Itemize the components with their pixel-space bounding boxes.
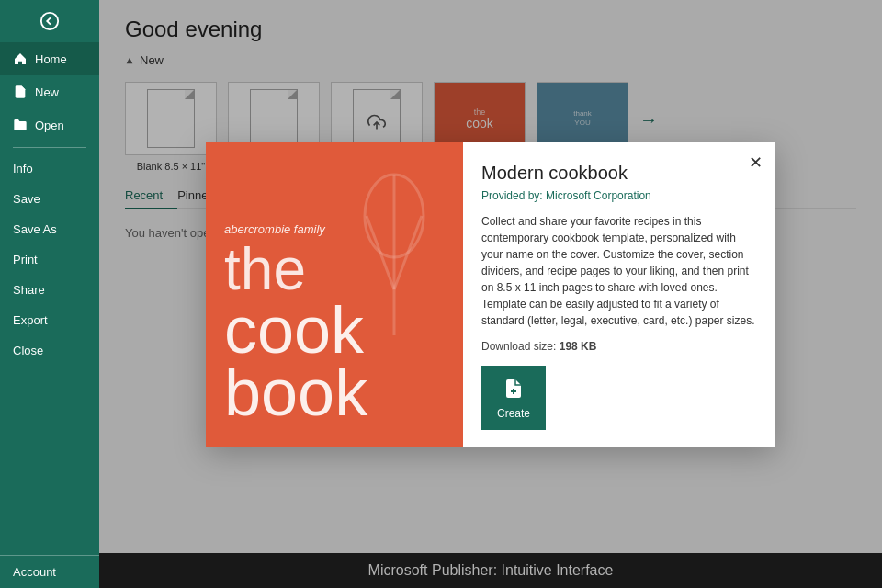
sidebar-home-label: Home [35,52,67,66]
modal-template-title: Modern cookbook [481,163,757,184]
modal-description: Collect and share your favorite recipes … [481,213,757,329]
create-button[interactable]: Create [481,366,546,430]
modal-provider: Provided by: Microsoft Corporation [481,189,757,202]
sidebar-item-saveas[interactable]: Save As [0,214,99,244]
svg-line-7 [394,216,422,289]
sidebar-item-open[interactable]: Open [0,108,99,141]
sidebar-spacer [0,366,99,555]
modal-overlay: ✕ abercrombie family t [99,0,882,588]
sidebar-divider-1 [13,147,86,148]
sidebar-item-account[interactable]: Account [0,555,99,588]
sidebar-open-label: Open [35,119,64,132]
create-label: Create [497,407,530,420]
back-button[interactable] [0,0,99,42]
modal-download-size: Download size: 198 KB [481,340,757,353]
sidebar-item-close[interactable]: Close [0,335,99,366]
cookbook-cover: abercrombie family the cook book [206,142,463,447]
svg-line-6 [367,216,394,289]
sidebar-item-print[interactable]: Print [0,244,99,275]
sidebar-item-share[interactable]: Share [0,275,99,305]
sidebar-new-label: New [35,85,59,99]
sidebar-item-home[interactable]: Home [0,42,99,75]
sidebar-item-info[interactable]: Info [0,153,99,184]
sidebar-item-save[interactable]: Save [0,184,99,214]
cookbook-title-book: book [224,361,445,424]
modal-provider-name: Microsoft Corporation [546,189,651,202]
sidebar: Home New Open Info Save Save As Print Sh… [0,0,99,588]
modal-info: Modern cookbook Provided by: Microsoft C… [463,142,775,447]
main-content: Good evening New Blank 8.5 × 11" [99,0,882,588]
modal-close-button[interactable]: ✕ [744,152,766,174]
sidebar-item-new[interactable]: New [0,75,99,108]
modal-preview: abercrombie family the cook book [206,142,463,447]
svg-point-0 [41,13,58,29]
sidebar-item-export[interactable]: Export [0,305,99,335]
template-modal: ✕ abercrombie family t [206,142,775,447]
whisk-decoration [344,161,445,348]
